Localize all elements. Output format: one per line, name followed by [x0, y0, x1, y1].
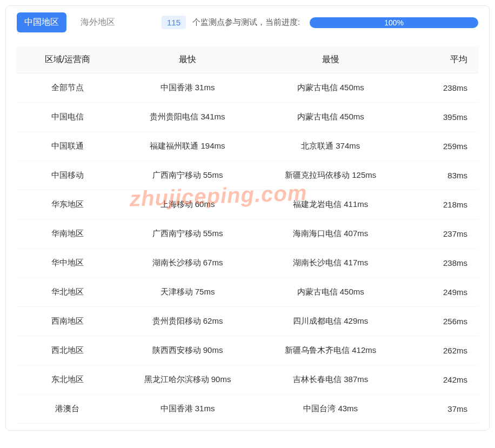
- cell-region: 华南地区: [17, 219, 118, 249]
- table-row: 西南地区贵州贵阳移动 62ms四川成都电信 429ms256ms: [17, 307, 478, 336]
- cell-slowest: 内蒙古电信 450ms: [257, 278, 404, 307]
- cell-slowest: 福建龙岩电信 411ms: [257, 190, 404, 219]
- cell-fastest: 黑龙江哈尔滨移动 90ms: [118, 365, 257, 394]
- table-row: 港澳台中国香港 31ms中国台湾 43ms37ms: [17, 394, 478, 424]
- cell-average: 237ms: [404, 219, 478, 249]
- cell-region: 中国联通: [17, 132, 118, 161]
- cell-fastest: 福建福州联通 194ms: [118, 132, 257, 161]
- results-table: 区域/运营商 最快 最慢 平均 全部节点中国香港 31ms内蒙古电信 450ms…: [17, 46, 478, 424]
- progress-bar: 100%: [310, 17, 478, 28]
- cell-slowest: 新疆乌鲁木齐电信 412ms: [257, 336, 404, 365]
- table-row: 中国电信贵州贵阳电信 341ms内蒙古电信 450ms395ms: [17, 103, 478, 132]
- table-row: 中国移动广西南宁移动 55ms新疆克拉玛依移动 125ms83ms: [17, 161, 478, 190]
- table-row: 华东地区上海移动 60ms福建龙岩电信 411ms218ms: [17, 190, 478, 219]
- cell-average: 238ms: [404, 73, 478, 103]
- monitor-count-badge: 115: [162, 16, 186, 29]
- cell-slowest: 内蒙古电信 450ms: [257, 73, 404, 103]
- cell-fastest: 贵州贵阳移动 62ms: [118, 307, 257, 336]
- cell-fastest: 陕西西安移动 90ms: [118, 336, 257, 365]
- cell-region: 港澳台: [17, 394, 118, 424]
- cell-slowest: 北京联通 374ms: [257, 132, 404, 161]
- header-fastest[interactable]: 最快: [118, 46, 257, 73]
- cell-average: 262ms: [404, 336, 478, 365]
- cell-region: 西南地区: [17, 307, 118, 336]
- table-row: 华北地区天津移动 75ms内蒙古电信 450ms249ms: [17, 278, 478, 307]
- cell-region: 华东地区: [17, 190, 118, 219]
- header-region[interactable]: 区域/运营商: [17, 46, 118, 73]
- cell-region: 全部节点: [17, 73, 118, 103]
- cell-fastest: 广西南宁移动 55ms: [118, 219, 257, 249]
- cell-fastest: 上海移动 60ms: [118, 190, 257, 219]
- cell-region: 中国移动: [17, 161, 118, 190]
- cell-average: 249ms: [404, 278, 478, 307]
- cell-region: 中国电信: [17, 103, 118, 132]
- cell-slowest: 四川成都电信 429ms: [257, 307, 404, 336]
- progress-percentage: 100%: [384, 18, 404, 27]
- cell-average: 259ms: [404, 132, 478, 161]
- cell-fastest: 中国香港 31ms: [118, 394, 257, 424]
- tab-china[interactable]: 中国地区: [17, 12, 66, 32]
- monitor-description: 个监测点参与测试，当前进度:: [192, 17, 300, 28]
- cell-average: 37ms: [404, 394, 478, 424]
- cell-region: 华中地区: [17, 249, 118, 278]
- table-row: 中国联通福建福州联通 194ms北京联通 374ms259ms: [17, 132, 478, 161]
- header-slowest[interactable]: 最慢: [257, 46, 404, 73]
- table-row: 西北地区陕西西安移动 90ms新疆乌鲁木齐电信 412ms262ms: [17, 336, 478, 365]
- cell-average: 83ms: [404, 161, 478, 190]
- cell-average: 238ms: [404, 249, 478, 278]
- cell-fastest: 贵州贵阳电信 341ms: [118, 103, 257, 132]
- header-bar: 中国地区 海外地区 115 个监测点参与测试，当前进度: 100%: [17, 12, 478, 36]
- cell-fastest: 中国香港 31ms: [118, 73, 257, 103]
- cell-fastest: 天津移动 75ms: [118, 278, 257, 307]
- cell-slowest: 新疆克拉玛依移动 125ms: [257, 161, 404, 190]
- cell-fastest: 湖南长沙移动 67ms: [118, 249, 257, 278]
- header-average[interactable]: 平均: [404, 46, 478, 73]
- cell-region: 华北地区: [17, 278, 118, 307]
- main-container: 中国地区 海外地区 115 个监测点参与测试，当前进度: 100% 区域/运营商…: [5, 5, 490, 431]
- cell-region: 东北地区: [17, 365, 118, 394]
- cell-region: 西北地区: [17, 336, 118, 365]
- table-row: 全部节点中国香港 31ms内蒙古电信 450ms238ms: [17, 73, 478, 103]
- cell-fastest: 广西南宁移动 55ms: [118, 161, 257, 190]
- cell-average: 395ms: [404, 103, 478, 132]
- table-row: 东北地区黑龙江哈尔滨移动 90ms吉林长春电信 387ms242ms: [17, 365, 478, 394]
- tab-overseas[interactable]: 海外地区: [73, 12, 123, 32]
- cell-slowest: 湖南长沙电信 417ms: [257, 249, 404, 278]
- cell-slowest: 海南海口电信 407ms: [257, 219, 404, 249]
- cell-average: 256ms: [404, 307, 478, 336]
- cell-average: 218ms: [404, 190, 478, 219]
- cell-slowest: 吉林长春电信 387ms: [257, 365, 404, 394]
- table-header-row: 区域/运营商 最快 最慢 平均: [17, 46, 478, 73]
- cell-slowest: 中国台湾 43ms: [257, 394, 404, 424]
- table-row: 华南地区广西南宁移动 55ms海南海口电信 407ms237ms: [17, 219, 478, 249]
- table-row: 华中地区湖南长沙移动 67ms湖南长沙电信 417ms238ms: [17, 249, 478, 278]
- cell-slowest: 内蒙古电信 450ms: [257, 103, 404, 132]
- cell-average: 242ms: [404, 365, 478, 394]
